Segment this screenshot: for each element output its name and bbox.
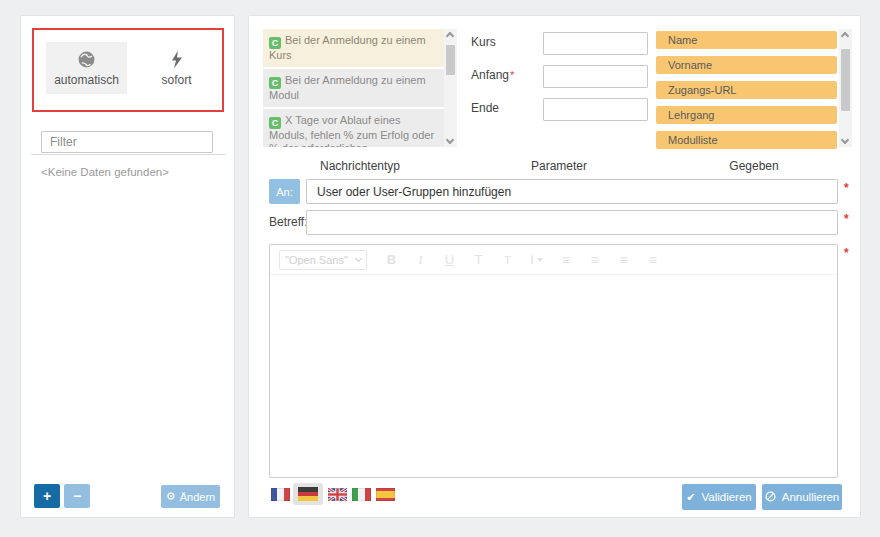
chevron-down-icon — [355, 254, 362, 261]
an-button[interactable]: An: — [269, 179, 300, 204]
scrollbar-thumb[interactable] — [446, 45, 455, 75]
required-marker: * — [844, 212, 849, 226]
check-icon: ✔ — [686, 492, 695, 503]
divider — [31, 154, 226, 155]
notification-type-item-kurs[interactable]: CBei der Anmeldung zu einem Kurs — [263, 29, 444, 67]
required-marker: * — [844, 181, 849, 195]
font-size-up-icon[interactable]: T — [464, 252, 493, 267]
chevron-up-icon[interactable] — [841, 32, 849, 40]
mode-selection-highlight: automatisch sofort — [32, 28, 224, 112]
chevron-up-icon[interactable] — [446, 32, 454, 40]
bold-icon[interactable]: B — [377, 252, 406, 267]
notification-config-panel: CBei der Anmeldung zu einem Kurs CBei de… — [248, 15, 861, 518]
given-field-lehrgang[interactable]: Lehrgang — [656, 106, 837, 124]
notification-type-item-ablauf[interactable]: CX Tage vor Ablauf eines Moduls, fehlen … — [263, 109, 444, 147]
course-badge-icon: C — [269, 37, 281, 49]
anfang-label: Anfang* — [471, 68, 514, 82]
language-flag-german[interactable] — [298, 487, 318, 501]
font-family-value: "Open Sans" — [285, 254, 348, 266]
editor-content-area[interactable] — [270, 275, 837, 478]
column-header-parameter: Parameter — [479, 159, 639, 173]
notification-list-scrollbar[interactable] — [444, 29, 457, 147]
chevron-down-icon[interactable] — [446, 136, 454, 144]
language-flag-french[interactable] — [271, 488, 290, 501]
italic-icon[interactable]: I — [406, 252, 435, 268]
align-center-icon[interactable]: ≡ — [580, 252, 609, 268]
add-button[interactable]: + — [34, 484, 60, 508]
kurs-label: Kurs — [471, 35, 496, 49]
mode-sofort-label: sofort — [161, 73, 191, 87]
recipient-input[interactable] — [306, 179, 838, 204]
anfang-input[interactable] — [543, 65, 648, 88]
course-badge-icon: C — [269, 77, 281, 89]
language-flag-spanish[interactable] — [376, 488, 395, 501]
kurs-input[interactable] — [543, 32, 648, 55]
given-field-zugangs-url[interactable]: Zugangs-URL — [656, 81, 837, 99]
validate-button-label: Validieren — [701, 491, 751, 503]
given-field-modulliste[interactable]: Modulliste — [656, 131, 837, 149]
notification-type-label: Bei der Anmeldung zu einem Kurs — [269, 34, 426, 61]
validate-button[interactable]: ✔ Validieren — [682, 484, 756, 510]
change-button-label: Ändern — [180, 491, 215, 503]
globe-icon — [77, 50, 96, 69]
remove-button[interactable]: − — [64, 484, 90, 508]
chevron-down-icon[interactable] — [841, 136, 849, 144]
language-flag-english[interactable] — [328, 488, 347, 501]
given-field-name[interactable]: Name — [656, 31, 837, 49]
betreff-label: Betreff: — [269, 215, 307, 229]
editor-toolbar: "Open Sans" B I U T T I ≡ ≡ ≡ ≡ — [270, 245, 837, 275]
subject-input[interactable] — [306, 210, 838, 235]
change-button[interactable]: ⚙ Ändern — [161, 485, 220, 508]
align-right-icon[interactable]: ≡ — [609, 252, 638, 268]
cancel-icon — [765, 491, 776, 504]
gear-icon: ⚙ — [166, 491, 176, 502]
list-icon[interactable]: ≡ — [638, 252, 667, 268]
caret-down-icon — [537, 258, 543, 262]
ende-label: Ende — [471, 101, 499, 115]
mode-automatisch-button[interactable]: automatisch — [46, 42, 127, 94]
required-marker: * — [510, 69, 514, 81]
text-color-icon[interactable]: I — [522, 252, 551, 267]
font-family-select[interactable]: "Open Sans" — [279, 250, 367, 270]
notification-type-list: CBei der Anmeldung zu einem Kurs CBei de… — [263, 29, 444, 147]
mode-sofort-button[interactable]: sofort — [136, 42, 217, 94]
cancel-button-label: Annullieren — [782, 491, 840, 503]
filter-input[interactable] — [41, 131, 213, 153]
left-panel: automatisch sofort <Keine Daten gefunden… — [20, 15, 235, 518]
scrollbar-thumb[interactable] — [841, 49, 850, 111]
course-badge-icon: C — [269, 117, 281, 129]
column-header-nachrichtentyp: Nachrichtentyp — [263, 159, 457, 173]
ende-input[interactable] — [543, 98, 648, 121]
given-list-scrollbar[interactable] — [839, 29, 852, 147]
cancel-button[interactable]: Annullieren — [762, 484, 842, 510]
required-marker: * — [844, 246, 849, 260]
message-editor[interactable]: "Open Sans" B I U T T I ≡ ≡ ≡ ≡ — [269, 244, 838, 478]
align-left-icon[interactable]: ≡ — [551, 252, 580, 268]
column-header-gegeben: Gegeben — [659, 159, 849, 173]
underline-icon[interactable]: U — [435, 252, 464, 267]
given-field-vorname[interactable]: Vorname — [656, 56, 837, 74]
font-size-down-icon[interactable]: T — [493, 254, 522, 266]
lightning-icon — [171, 50, 183, 69]
notification-type-item-modul[interactable]: CBei der Anmeldung zu einem Modul — [263, 69, 444, 107]
notification-type-label: X Tage vor Ablauf eines Moduls, fehlen %… — [269, 114, 434, 147]
language-flag-italian[interactable] — [352, 488, 371, 501]
notification-type-label: Bei der Anmeldung zu einem Modul — [269, 74, 426, 101]
empty-state-text: <Keine Daten gefunden> — [41, 166, 169, 178]
mode-automatisch-label: automatisch — [54, 73, 119, 87]
